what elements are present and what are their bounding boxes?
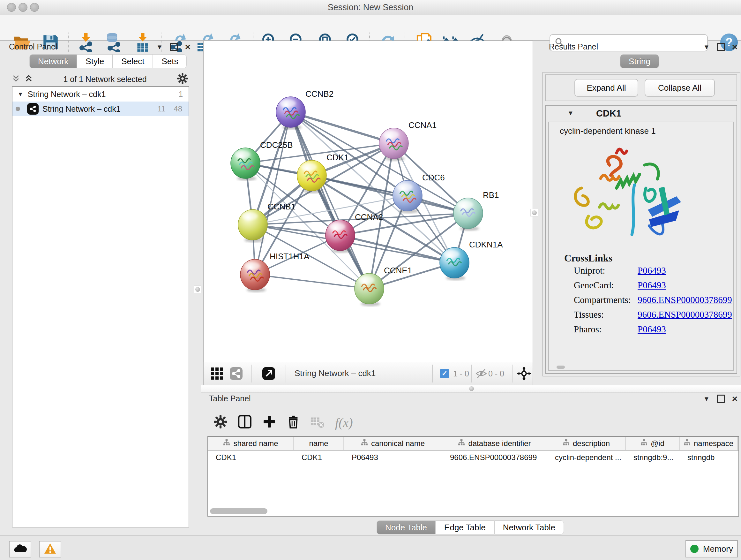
crosslink-label: Tissues: bbox=[549, 309, 637, 320]
open-in-window-icon[interactable] bbox=[260, 364, 277, 383]
column-header-name[interactable]: name bbox=[294, 437, 344, 450]
network-view-title: String Network – cdk1 bbox=[294, 368, 376, 378]
tree-expand-icon[interactable]: ▼ bbox=[17, 91, 23, 98]
network-share-icon[interactable] bbox=[228, 364, 245, 383]
node-table[interactable]: shared namenamecanonical namedatabase id… bbox=[207, 436, 739, 516]
footer-separator bbox=[512, 365, 513, 382]
column-header-canonical-name[interactable]: canonical name bbox=[344, 437, 442, 450]
selected-counts: 1 - 0 bbox=[453, 369, 469, 378]
attribute-type-icon bbox=[458, 439, 465, 448]
close-panel-icon[interactable]: × bbox=[732, 44, 738, 50]
birds-eye-toggle-icon[interactable] bbox=[516, 365, 532, 382]
warnings-button[interactable] bbox=[39, 541, 61, 557]
results-hscrollbar[interactable] bbox=[556, 366, 565, 369]
crosslink-link[interactable]: P06493 bbox=[637, 324, 666, 334]
tab-edge-table[interactable]: Edge Table bbox=[435, 520, 494, 535]
control-panel-title: Control Panel bbox=[9, 42, 57, 51]
network-node-cdc25b[interactable] bbox=[231, 148, 260, 181]
collapse-all-button[interactable]: Collapse All bbox=[645, 79, 715, 97]
table-row[interactable]: CDK1CDK1P064939606.ENSP00000378699cyclin… bbox=[208, 451, 738, 464]
float-panel-icon[interactable] bbox=[717, 395, 725, 403]
tab-sets[interactable]: Sets bbox=[153, 54, 187, 68]
crosslink-link[interactable]: P06493 bbox=[637, 280, 666, 291]
crosslink-label: Uniprot: bbox=[549, 265, 637, 276]
collapse-protein-icon[interactable]: ▼ bbox=[567, 110, 574, 117]
network-node-rb1[interactable] bbox=[454, 198, 483, 231]
attribute-type-icon bbox=[361, 439, 368, 448]
collapse-panel-icon[interactable]: ▼ bbox=[703, 395, 710, 402]
grid-view-icon[interactable] bbox=[209, 364, 225, 383]
tab-network[interactable]: Network bbox=[29, 54, 77, 68]
import-network-file-icon[interactable] bbox=[76, 32, 96, 52]
tab-network-table[interactable]: Network Table bbox=[494, 520, 564, 535]
protein-structure-image bbox=[569, 140, 690, 249]
network-node-cdc6[interactable] bbox=[393, 180, 422, 213]
table-hscrollbar[interactable] bbox=[210, 508, 267, 514]
collapse-panel-icon[interactable]: ▼ bbox=[703, 44, 710, 51]
collapse-all-icon[interactable] bbox=[12, 74, 20, 84]
tab-node-table[interactable]: Node Table bbox=[377, 520, 435, 535]
close-panel-icon[interactable]: × bbox=[732, 395, 738, 402]
network-collection-row[interactable]: ▼ String Network – cdk1 1 bbox=[12, 87, 189, 102]
network-selector-row: 1 of 1 Network selected bbox=[12, 73, 188, 85]
network-node-ccna1[interactable] bbox=[379, 128, 408, 161]
network-graph[interactable]: CCNB2CCNA1CDC25BCDK1CDC6RB1CCNB1CCNA2CDK… bbox=[204, 41, 533, 362]
table-cell[interactable]: stringdb bbox=[680, 451, 738, 464]
tab-string[interactable]: String bbox=[620, 54, 659, 68]
edge-count: 48 bbox=[174, 105, 182, 113]
right-splitter-handle[interactable] bbox=[530, 209, 538, 216]
tab-style[interactable]: Style bbox=[77, 54, 113, 68]
memory-button[interactable]: Memory bbox=[685, 540, 738, 557]
column-header-database-identifier[interactable]: database identifier bbox=[442, 437, 547, 450]
float-panel-icon[interactable] bbox=[170, 43, 178, 51]
column-header-namespace[interactable]: namespace bbox=[680, 437, 738, 450]
delete-table-icon bbox=[310, 415, 325, 430]
cloud-status-button[interactable] bbox=[9, 541, 31, 557]
crosslink-link[interactable]: P06493 bbox=[637, 265, 666, 276]
expand-collapse-box: Expand All Collapse All bbox=[545, 74, 737, 101]
table-cell[interactable]: P06493 bbox=[344, 451, 442, 464]
horizontal-splitter[interactable] bbox=[201, 385, 741, 393]
network-row-label: String Network – cdk1 bbox=[43, 105, 157, 114]
footer-separator bbox=[471, 365, 472, 382]
column-header-description[interactable]: description bbox=[547, 437, 626, 450]
tab-select[interactable]: Select bbox=[113, 54, 153, 68]
table-cell[interactable]: cyclin-dependent ... bbox=[547, 451, 626, 464]
table-cell[interactable]: 9606.ENSP00000378699 bbox=[442, 451, 547, 464]
network-canvas[interactable]: CCNB2CCNA1CDC25BCDK1CDC6RB1CCNB1CCNA2CDK… bbox=[203, 41, 533, 362]
table-cell[interactable]: stringdb:9... bbox=[626, 451, 680, 464]
add-column-icon[interactable] bbox=[262, 415, 276, 430]
attribute-type-icon bbox=[684, 439, 690, 448]
gear-icon[interactable] bbox=[177, 73, 188, 85]
collapse-panel-icon[interactable]: ▼ bbox=[156, 44, 163, 51]
memory-status-dot bbox=[690, 545, 698, 553]
network-edge[interactable] bbox=[340, 235, 455, 263]
protein-name: CDK1 bbox=[596, 108, 621, 119]
float-panel-icon[interactable] bbox=[717, 43, 725, 51]
delete-column-icon[interactable] bbox=[286, 415, 300, 430]
expand-all-icon[interactable] bbox=[24, 74, 33, 84]
table-cell[interactable]: CDK1 bbox=[208, 451, 294, 464]
network-edge[interactable] bbox=[291, 112, 369, 289]
import-table-file-icon[interactable] bbox=[132, 32, 153, 52]
network-node-ccne1[interactable] bbox=[354, 273, 384, 306]
table-cell[interactable]: CDK1 bbox=[294, 451, 344, 464]
import-network-database-icon[interactable] bbox=[104, 32, 124, 52]
network-node-cdkn1a[interactable] bbox=[440, 247, 469, 280]
column-label: shared name bbox=[233, 439, 278, 448]
show-columns-icon[interactable] bbox=[238, 415, 252, 430]
network-node-hist1h1a[interactable] bbox=[240, 259, 270, 292]
column-header-@id[interactable]: @id bbox=[626, 437, 680, 450]
crosslink-link[interactable]: 9606.ENSP00000378699 bbox=[637, 309, 732, 320]
close-panel-icon[interactable]: × bbox=[185, 44, 191, 50]
left-splitter-handle[interactable] bbox=[194, 286, 201, 293]
selected-checkbox[interactable]: ✓ bbox=[440, 369, 449, 378]
footer-separator bbox=[432, 365, 433, 382]
table-gear-icon[interactable] bbox=[214, 415, 227, 430]
expand-all-button[interactable]: Expand All bbox=[575, 79, 638, 97]
column-header-shared-name[interactable]: shared name bbox=[208, 437, 294, 450]
crosslink-link[interactable]: 9606.ENSP00000378699 bbox=[637, 295, 732, 305]
network-edge[interactable] bbox=[291, 112, 394, 143]
network-row-selected[interactable]: String Network – cdk1 11 48 bbox=[12, 102, 189, 116]
network-edge[interactable] bbox=[255, 274, 369, 289]
